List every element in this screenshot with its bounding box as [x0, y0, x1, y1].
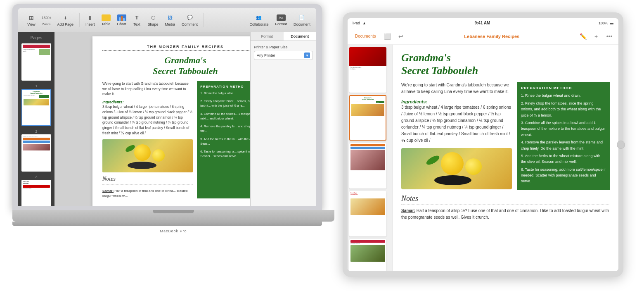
ipad-notes-text: Half a teaspoon of allspice? I use one o…: [401, 208, 609, 220]
ipad-notes-body: Samar: Half a teaspoon of allspice? I us…: [401, 208, 610, 221]
page-thumb-num-2: 2: [35, 129, 37, 134]
ipad-screen: iPad ▲ 9:41 AM 100% ▬ Documents ⬜ ↩ Leba…: [348, 18, 618, 271]
doc-heading: Grandma'sSecret Tabbouleh: [102, 55, 268, 77]
ipad-doc-area: Grandma'sSecret Tabbouleh We're going to…: [393, 45, 618, 271]
shape-button[interactable]: ⬡ Shape: [145, 13, 161, 27]
ipad-prep-col: PREPARATION METHOD 1. Rinse the bulgur w…: [517, 82, 610, 190]
page-thumb-1[interactable]: Lorem ipsum dolor sit amet...: [21, 43, 51, 81]
macbook-brand-area: MacBook Pro: [12, 227, 334, 234]
ipad-page-thumb-1[interactable]: Our favorite recipesto share...: [349, 47, 386, 93]
macbook-foot: [12, 222, 322, 226]
ipad-page-thumb-3[interactable]: [349, 143, 386, 189]
wifi-icon: ▲: [362, 21, 366, 25]
lemon2: [152, 149, 165, 162]
macbook-brand-label: MacBook Pro: [160, 229, 187, 233]
ipad-toolbar: Documents ⬜ ↩ Lebanese Family Recipes ✏️…: [348, 28, 618, 45]
add-icon[interactable]: +: [591, 31, 601, 41]
macbook-content: Pages Lorem ipsum dolor sit amet... 1: [18, 32, 316, 206]
notes-section: Notes Samar: Half a teaspoon of that and…: [102, 176, 193, 198]
ipad-notes-name: Samar:: [401, 208, 415, 213]
ipad-device: iPad ▲ 9:41 AM 100% ▬ Documents ⬜ ↩ Leba…: [343, 12, 623, 285]
ipad-label: iPad: [353, 21, 360, 25]
thumb1-img: [349, 47, 386, 66]
doc-intro: We're going to start with Grandma's tabb…: [102, 81, 193, 97]
ipad-page-thumb-5[interactable]: Tabbouleh memories: [349, 239, 386, 271]
ipad-prep-2: 2. Finely chop the tomatoes, slice the s…: [521, 100, 606, 118]
ipad-two-col: We're going to start with Grandma's tabb…: [401, 82, 610, 190]
more-icon[interactable]: •••: [604, 31, 614, 41]
ipad-notes: Notes Samar: Half a teaspoon of allspice…: [401, 194, 610, 221]
chart-button[interactable]: Chart: [115, 14, 129, 27]
battery-icon: ▬: [610, 21, 613, 25]
ipad-prep-1: 1. Rinse the bulgur wheat and drain.: [521, 93, 606, 98]
text-button[interactable]: T Text: [130, 13, 144, 27]
doc-ingredients-label: Ingredients:: [102, 100, 193, 104]
ipad-frame: iPad ▲ 9:41 AM 100% ▬ Documents ⬜ ↩ Leba…: [343, 12, 623, 277]
select-arrow-icon: ▼: [304, 53, 310, 58]
format-button[interactable]: Aa Format: [272, 14, 289, 27]
status-left: iPad ▲: [353, 21, 366, 25]
macbook-toolbar: ⊞ View 150% Zoom + Add Page Ⅱ In: [18, 8, 316, 32]
doc-image: [102, 139, 193, 172]
share-icon[interactable]: ⬜: [383, 31, 393, 41]
pages-label: Pages: [20, 35, 53, 42]
ipad-left-col: We're going to start with Grandma's tabb…: [401, 82, 512, 190]
plate-shape: [128, 162, 156, 169]
printer-select[interactable]: Any Printer ▼: [254, 51, 313, 60]
notes-text: Half a teaspoon of that and one of cinna…: [102, 189, 187, 198]
battery-value: 100%: [599, 21, 608, 25]
ipad-home-button[interactable]: [617, 141, 625, 149]
undo-icon[interactable]: ↩: [396, 31, 406, 41]
ipad-prep-3: 3. Combine all the spices in a bowl and …: [521, 120, 606, 138]
ipad-intro: We're going to start with Grandma's tabb…: [401, 82, 512, 95]
zoom-button[interactable]: 150% Zoom: [40, 13, 53, 27]
ipad-sidebar: Our favorite recipesto share... Grandma'…: [348, 45, 393, 271]
thumb1-img-fill: [349, 47, 386, 66]
ipad-page-thumb-2[interactable]: Grandma'sSecret Tabbouleh We're going to…: [349, 95, 386, 141]
zoom-value: 150%: [42, 14, 50, 21]
ipad-prep-header: PREPARATION METHOD: [521, 86, 606, 90]
pencil-icon[interactable]: ✏️: [578, 31, 588, 41]
notes-body: Samar: Half a teaspoon of that and one o…: [102, 189, 193, 198]
ipad-prep-4: 4. Remove the parsley leaves from the st…: [521, 139, 606, 151]
ipad-ingredients-label: Ingredients:: [401, 99, 512, 104]
doc-title: THE MONZER FAMILY RECIPES: [102, 45, 268, 49]
notes-divider: [102, 184, 193, 184]
table-button[interactable]: Table: [99, 14, 113, 27]
panel-body: Printer & Paper Size Any Printer ▼: [251, 41, 316, 64]
ipad-prep-6: 6. Taste for seasoning; add more salt/le…: [521, 167, 606, 184]
macbook-device: ⊞ View 150% Zoom + Add Page Ⅱ In: [12, 4, 334, 281]
document-button[interactable]: 📄 Document: [291, 13, 313, 27]
page-thumb-num-1: 1: [35, 84, 37, 88]
lemon1: [134, 144, 151, 161]
view-button[interactable]: ⊞ View: [25, 13, 38, 27]
page-thumb-num-3: 3: [35, 175, 37, 179]
ipad-notes-divider: [401, 205, 610, 205]
ipad-page-thumb-4[interactable]: Fresh Eggswith Almonds Lorem ipsum...: [349, 191, 386, 236]
macbook-base: [12, 210, 334, 222]
collaborate-button[interactable]: 👥 Collaborate: [247, 13, 271, 27]
doc-two-col: We're going to start with Grandma's tabb…: [102, 81, 268, 198]
macbook-frame: ⊞ View 150% Zoom + Add Page Ⅱ In: [12, 4, 322, 211]
thumb1-text: Our favorite recipesto share...: [349, 66, 386, 72]
doc-ingredients: 3 tbsp bulgur wheat / 4 large ripe tomat…: [102, 104, 193, 136]
add-page-button[interactable]: + Add Page: [54, 13, 76, 27]
page-thumb-2[interactable]: Grandma'sSecret Tabbouleh We're going to…: [21, 89, 51, 126]
printer-value: Any Printer: [257, 53, 275, 57]
tab-document[interactable]: Document: [284, 32, 317, 41]
page-thumb-3[interactable]: How do you make your at home...: [21, 134, 51, 172]
side-panel: Format Document Printer & Paper Size Any…: [250, 32, 316, 206]
comment-button[interactable]: 💬 Comment: [179, 13, 200, 27]
ipad-notes-heading: Notes: [401, 194, 610, 203]
page-thumb-4[interactable]: Tabboulehmemories Lorem ipsum dolor...: [21, 180, 51, 206]
media-button[interactable]: 🖼 Media: [163, 13, 178, 27]
notes-heading: Notes: [102, 176, 193, 182]
ipad-doc-title: Lebanese Family Recipes: [409, 34, 575, 39]
doc-left-col: We're going to start with Grandma's tabb…: [102, 81, 193, 198]
ipad-ingredients: 3 tbsp bulgur wheat / 4 large ripe tomat…: [401, 104, 512, 144]
insert-button[interactable]: Ⅱ Insert: [83, 13, 97, 27]
tab-format[interactable]: Format: [251, 32, 284, 41]
documents-button[interactable]: Documents: [352, 32, 379, 40]
ipad-image: [401, 148, 512, 189]
macbook-screen: ⊞ View 150% Zoom + Add Page Ⅱ In: [18, 8, 316, 206]
